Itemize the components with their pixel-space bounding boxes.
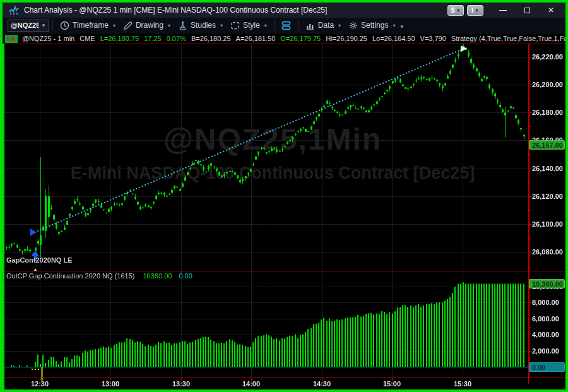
price-axis-tick xyxy=(529,85,532,85)
chevron-down-icon: ▾ xyxy=(113,23,115,28)
toolbar-button-label: Style xyxy=(243,21,260,30)
price-axis-tick xyxy=(529,169,532,169)
price-axis-tick xyxy=(529,112,532,113)
toolbar-button-settings[interactable]: Settings▾ xyxy=(345,20,399,32)
chevron-down-icon: ▼ xyxy=(456,8,461,13)
minimize-button[interactable]: — xyxy=(492,4,514,16)
data-bars-icon xyxy=(305,21,315,30)
price-axis-minor-tick xyxy=(529,266,531,266)
volume-axis-tick xyxy=(529,302,532,303)
time-axis-tick xyxy=(251,378,252,381)
price-volume-plot[interactable] xyxy=(3,44,528,389)
time-axis-tick xyxy=(463,378,463,381)
chevron-down-icon: ▾ xyxy=(220,23,223,28)
maximize-icon xyxy=(524,8,530,13)
chart-area[interactable]: @NQZ25,1Min E-Mini NASDAQ-100 Continuous… xyxy=(3,44,565,389)
toolbar-button-studies[interactable]: Studies▾ xyxy=(174,20,227,32)
price-axis-minor-tick xyxy=(529,154,531,155)
price-axis-line xyxy=(528,44,530,378)
status-field: Hi=26,190.25 xyxy=(326,35,367,42)
time-axis-label: 13:00 xyxy=(98,380,123,388)
price-axis-tick xyxy=(529,57,532,57)
toolbar-button-style[interactable]: Style▾ xyxy=(227,20,271,32)
strategy-label[interactable]: GapCont2020NQ LE xyxy=(6,256,73,264)
study-value-2: 0.00 xyxy=(179,272,192,280)
chart-analysis-window: Chart Analysis - @NQZ25 1 min [CME] E-Mi… xyxy=(0,0,568,392)
status-field: Lo=26,164.50 xyxy=(372,35,415,42)
status-field: L=26,180.75 xyxy=(100,35,139,42)
gear-icon xyxy=(348,21,358,30)
price-axis-label: 26,080.00 xyxy=(532,248,563,256)
status-field: A=26,181.50 xyxy=(236,35,276,42)
chevron-down-icon: ▾ xyxy=(264,23,267,28)
time-axis-tick xyxy=(392,378,393,381)
status-i-button[interactable]: I▼ xyxy=(467,5,483,16)
close-button[interactable]: ✕ xyxy=(540,4,562,16)
toolbar-button-label: Timeframe xyxy=(73,21,109,30)
price-axis-minor-tick xyxy=(529,98,531,99)
zero-value-badge: 0.00 xyxy=(529,362,565,372)
price-axis-tick xyxy=(529,224,532,225)
volume-axis-label: 6,000.00 xyxy=(532,315,559,323)
time-axis-line xyxy=(3,377,565,378)
volume-axis-label: 4,000.00 xyxy=(532,331,559,338)
status-field: O=26,179.75 xyxy=(280,35,321,42)
price-axis-minor-tick xyxy=(529,71,531,71)
app-chart-icon xyxy=(9,6,19,15)
status-field: 17.25 xyxy=(144,35,162,42)
price-axis-label: 26,120.00 xyxy=(532,193,563,200)
volume-axis-minor-tick xyxy=(529,327,531,328)
price-axis-label: 26,100.00 xyxy=(532,220,563,228)
chevron-down-icon: ▾ xyxy=(393,23,395,28)
toolbar-overflow-caret[interactable]: ▾ xyxy=(399,21,406,30)
status-field: 0.07% xyxy=(167,35,186,42)
style-icon xyxy=(230,21,240,30)
title-bar[interactable]: Chart Analysis - @NQZ25 1 min [CME] E-Mi… xyxy=(3,3,565,18)
symbol-input[interactable]: @NQZ25 ▼ xyxy=(8,20,49,32)
symbol-value: @NQZ25 xyxy=(8,21,38,29)
time-axis-label: 14:30 xyxy=(309,380,334,388)
toolbar-button-data[interactable]: Data▾ xyxy=(302,20,345,32)
time-axis-end-tick xyxy=(528,378,529,384)
time-axis-tick xyxy=(40,378,40,381)
status-field: @NQZ25 - 1 min xyxy=(22,35,74,42)
toolbar-button-timeframe[interactable]: Timeframe▾ xyxy=(56,20,119,32)
price-axis-minor-tick xyxy=(529,210,531,211)
time-axis-label: 15:30 xyxy=(450,380,475,388)
last-price-badge: 26,157.00 xyxy=(529,140,565,150)
status-field: CME xyxy=(80,35,95,42)
maximize-button[interactable] xyxy=(516,4,538,16)
strategy-value-badge: 10,360.00 xyxy=(529,279,565,288)
price-axis-tick xyxy=(529,196,532,197)
price-axis-label: 26,140.00 xyxy=(532,165,563,172)
volume-axis-tick xyxy=(529,351,532,352)
status-fields: @NQZ25 - 1 minCMEL=26,180.7517.250.07%B=… xyxy=(22,35,565,42)
strategy-active-badge: SA xyxy=(5,35,18,43)
volume-axis-minor-tick xyxy=(529,295,531,295)
time-axis-label: 15:00 xyxy=(379,380,405,388)
status-field: Strategy (4,True,True,False,True,1,False… xyxy=(451,35,565,42)
flask-icon xyxy=(178,21,187,30)
price-axis-minor-tick xyxy=(529,238,531,239)
toolbar-button-drawing[interactable]: Drawing▾ xyxy=(119,20,174,32)
pencil-icon xyxy=(123,21,133,30)
price-axis-label: 26,180.00 xyxy=(532,109,563,116)
time-axis-tick xyxy=(181,378,182,381)
time-axis-label: 14:00 xyxy=(239,380,264,388)
chevron-down-icon: ▾ xyxy=(338,23,341,28)
study-label-row[interactable]: OutCP Gap Continuation 2020 NQ (1615) 10… xyxy=(6,272,192,280)
time-axis-tick xyxy=(110,378,111,381)
volume-axis-minor-tick xyxy=(529,343,531,343)
toolbar-stacked-panels[interactable] xyxy=(278,20,295,32)
toolbar-separator xyxy=(52,20,53,30)
volume-axis-label: 2,000.00 xyxy=(532,347,559,355)
chevron-down-icon[interactable]: ▼ xyxy=(38,20,48,31)
price-axis-minor-tick xyxy=(529,182,531,183)
pane-split-line[interactable] xyxy=(3,271,565,271)
clock-icon xyxy=(60,21,69,30)
volume-axis-label: 8,000.00 xyxy=(532,299,559,306)
window-title: Chart Analysis - @NQZ25 1 min [CME] E-Mi… xyxy=(24,6,444,15)
time-axis-label: 12:30 xyxy=(27,380,52,388)
status-s-button[interactable]: S▼ xyxy=(447,5,464,16)
toolbar-separator xyxy=(274,20,275,30)
